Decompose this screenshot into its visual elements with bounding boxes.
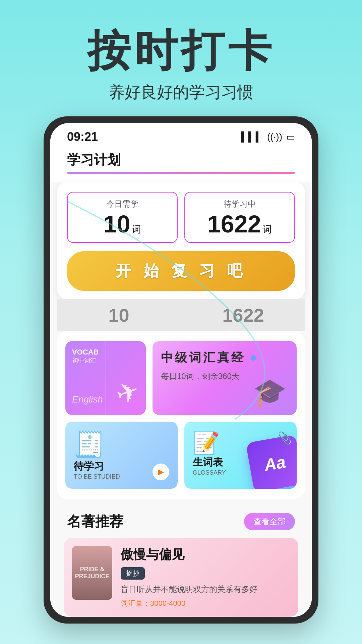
second-value-1: 10 (108, 305, 129, 326)
status-time: 09:21 (67, 130, 98, 144)
book-desc: 盲目听从并不能说明双方的关系有多好 (121, 584, 290, 595)
study-card: 今日需学 10 词 待学习中 1622 词 开 始 复 习 吧 (57, 182, 305, 299)
receipt-icon: 🧾 (74, 430, 169, 460)
pending-action-card[interactable]: 🧾 待学习 TO BE STUDIED ▶ (65, 422, 178, 489)
second-stat-1: 10 (64, 304, 174, 326)
bottom-section: 名著推荐 查看全部 PRIDE & PREJUDICE 傲慢与偏见 摘抄 盲目听… (50, 499, 312, 617)
second-value-2: 1622 (222, 305, 264, 326)
book-cover-inner: PRIDE & PREJUDICE (72, 546, 112, 600)
app-title: 学习计划 (67, 152, 121, 167)
book-card[interactable]: PRIDE & PREJUDICE 傲慢与偏见 摘抄 盲目听从并不能说明双方的关… (64, 538, 298, 617)
signal-icon: ▍▍▍ (241, 131, 263, 143)
second-stat-2: 1622 (188, 304, 298, 326)
aa-text: Aa (262, 452, 287, 475)
pending-label: 待学习中 (192, 199, 288, 209)
paperclip-icon: 📎 (277, 431, 293, 446)
pending-stats-box: 待学习中 1622 词 (184, 192, 295, 243)
view-all-button[interactable]: 查看全部 (244, 513, 295, 530)
app-header: 学习计划 (50, 147, 312, 182)
phone-inner: 09:21 ▍▍▍ ((·)) ▭ 学习计划 今日需学 10 词 (50, 123, 312, 617)
glossary-action-card[interactable]: 📝 生词表 GLOSSARY Aa 📎 (184, 422, 297, 489)
book-vocab: 词汇量：3000-4000 (121, 598, 290, 608)
vocab-large-title: 中级词汇真经 (161, 350, 245, 366)
today-stats-box: 今日需学 10 词 (67, 192, 178, 243)
battery-icon: ▭ (286, 131, 295, 143)
status-bar: 09:21 ▍▍▍ ((·)) ▭ (50, 123, 312, 147)
sub-title: 养好良好的学习习惯 (0, 82, 362, 103)
action-row: 🧾 待学习 TO BE STUDIED ▶ 📝 生词表 GLOSSARY Aa … (65, 422, 297, 489)
play-button[interactable]: ▶ (153, 464, 169, 480)
study-stats-row: 今日需学 10 词 待学习中 1622 词 (67, 192, 295, 243)
today-label: 今日需学 (74, 199, 170, 209)
book-tag: 摘抄 (121, 567, 145, 580)
dot-cluster (256, 488, 270, 489)
book-title: 傲慢与偏见 (121, 546, 290, 563)
today-value: 10 (104, 211, 130, 237)
card-divider (106, 341, 106, 415)
panel-divider (181, 304, 181, 326)
app-title-underline (67, 172, 295, 174)
status-icons: ▍▍▍ ((·)) ▭ (241, 131, 295, 143)
pending-value-row: 1622 词 (192, 212, 288, 236)
pending-value: 1622 (207, 211, 261, 237)
paper-plane-icon: ✈ (112, 374, 144, 411)
main-title: 按时打卡 (0, 27, 362, 75)
second-panel-partial: 10 1622 (57, 299, 305, 331)
card-title-row: 中级词汇真经 (161, 350, 288, 366)
cards-section: VOCAB 初中词汇 English ✈ 中级词汇真经 每日10词，剩余360天… (57, 331, 305, 499)
start-review-button[interactable]: 开 始 复 习 吧 (67, 251, 295, 291)
vocab-large-card[interactable]: 中级词汇真经 每日10词，剩余360天 🎓 (153, 341, 297, 415)
blue-dot-icon (251, 355, 256, 361)
3d-box: Aa 📎 (246, 434, 297, 489)
3d-decoration: Aa 📎 (250, 438, 297, 489)
today-unit: 词 (132, 224, 141, 234)
recommend-title: 名著推荐 (67, 512, 123, 531)
pending-unit: 词 (262, 224, 272, 234)
book-cover: PRIDE & PREJUDICE (72, 546, 112, 600)
phone-mockup: 09:21 ▍▍▍ ((·)) ▭ 学习计划 今日需学 10 词 (44, 116, 318, 624)
app-title-wrapper: 学习计划 (67, 151, 295, 175)
today-value-row: 10 词 (74, 212, 170, 236)
vocab-row: VOCAB 初中词汇 English ✈ 中级词汇真经 每日10词，剩余360天… (65, 341, 297, 415)
wifi-icon: ((·)) (267, 131, 282, 142)
section-header: 名著推荐 查看全部 (57, 505, 305, 538)
graduation-cap-icon: 🎓 (253, 377, 287, 408)
vocab-small-card[interactable]: VOCAB 初中词汇 English ✈ (65, 341, 146, 415)
header-section: 按时打卡 养好良好的学习习惯 (0, 0, 362, 116)
english-watermark: English (72, 394, 103, 405)
book-info: 傲慢与偏见 摘抄 盲目听从并不能说明双方的关系有多好 词汇量：3000-4000 (121, 546, 290, 608)
